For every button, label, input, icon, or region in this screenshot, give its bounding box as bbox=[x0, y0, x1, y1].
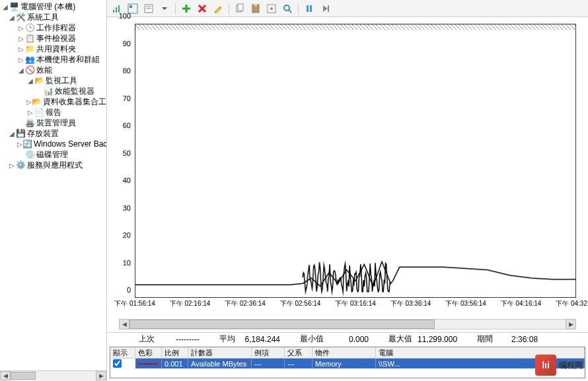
x-tick: 下午 02:16:14 bbox=[170, 299, 211, 308]
col-counter[interactable]: 計數器 bbox=[188, 347, 252, 358]
tree-perf-monitor[interactable]: 📊效能監視器 bbox=[0, 86, 106, 96]
tree-task-scheduler[interactable]: ▷🕒工作排程器 bbox=[0, 22, 106, 33]
col-instance[interactable]: 例項 bbox=[252, 347, 285, 358]
tree-root[interactable]: ◢🖥️電腦管理 (本機) bbox=[0, 1, 106, 12]
svg-rect-2 bbox=[118, 5, 120, 13]
delete-counter-button[interactable] bbox=[195, 1, 209, 16]
highlight-button[interactable] bbox=[211, 1, 225, 16]
col-show[interactable]: 顯示 bbox=[110, 347, 135, 358]
tree-reports[interactable]: ▷📄報告 bbox=[0, 107, 106, 118]
tree-event-viewer[interactable]: ▷📋事件檢視器 bbox=[0, 33, 106, 44]
tree-storage[interactable]: ◢💾存放裝置 bbox=[0, 128, 106, 139]
scroll-left-icon[interactable]: ◀ bbox=[119, 319, 129, 329]
tree-monitoring-tools[interactable]: ◢📂監視工具 bbox=[0, 75, 106, 86]
col-scale[interactable]: 比例 bbox=[162, 347, 188, 358]
report-icon: 📄 bbox=[34, 107, 44, 118]
stat-max-label: 最大值 bbox=[388, 333, 412, 345]
users-icon: 👥 bbox=[24, 54, 35, 65]
tree-services[interactable]: ▷⚙️服務與應用程式 bbox=[0, 160, 106, 170]
col-computer[interactable]: 電腦 bbox=[376, 347, 585, 358]
tree-label: 資料收集器集合工具 bbox=[43, 96, 106, 108]
svg-rect-0 bbox=[113, 10, 114, 13]
svg-rect-1 bbox=[116, 7, 117, 13]
paste-button[interactable] bbox=[248, 1, 263, 16]
svg-rect-11 bbox=[254, 4, 257, 6]
counter-grid[interactable]: 顯示 色彩 比例 計數器 例項 父系 物件 電腦 0.001 Available… bbox=[110, 347, 585, 378]
tree-disk-mgmt[interactable]: 💿磁碟管理 bbox=[0, 149, 106, 160]
tree-label: Windows Server Backu... bbox=[34, 139, 106, 149]
properties-button[interactable] bbox=[264, 1, 279, 16]
tree-label: 效能 bbox=[36, 65, 52, 76]
tree-label: 共用資料夾 bbox=[36, 44, 76, 55]
svg-point-13 bbox=[270, 7, 273, 10]
copy-button[interactable] bbox=[233, 1, 247, 16]
tree-label: 報告 bbox=[46, 107, 61, 118]
tree-label: 效能監視器 bbox=[55, 86, 94, 97]
nav-tree[interactable]: ◢🖥️電腦管理 (本機) ◢🛠️系統工具 ▷🕒工作排程器 ▷📋事件檢視器 ▷📁共… bbox=[0, 0, 106, 370]
view-dropdown-button[interactable] bbox=[157, 1, 172, 16]
scroll-track[interactable] bbox=[11, 371, 96, 381]
counter-row[interactable]: 0.001 Available MBytes --- --- Memory \\… bbox=[110, 359, 585, 368]
freeze-button[interactable] bbox=[302, 1, 316, 16]
add-counter-button[interactable] bbox=[179, 1, 194, 16]
monitor-icon: 📊 bbox=[43, 86, 54, 96]
y-axis: 0102030405060708090100 bbox=[107, 24, 133, 298]
col-object[interactable]: 物件 bbox=[312, 347, 376, 358]
plot-region[interactable] bbox=[135, 24, 576, 298]
tree-data-collector[interactable]: ▷📂資料收集器集合工具 bbox=[0, 96, 106, 107]
stat-avg-label: 平均 bbox=[219, 333, 235, 345]
tree-performance[interactable]: ◢🚫效能 bbox=[0, 65, 106, 75]
x-tick: 下午 02:36:14 bbox=[225, 299, 266, 308]
tree-label: 本機使用者和群組 bbox=[36, 54, 100, 65]
x-axis: 下午 01:56:14下午 02:16:14下午 02:36:14下午 02:5… bbox=[135, 299, 576, 310]
tree-label: 服務與應用程式 bbox=[27, 160, 83, 171]
separator bbox=[229, 3, 229, 15]
chart-hscrollbar[interactable]: ◀ ▶ bbox=[119, 319, 576, 329]
tree-local-users[interactable]: ▷👥本機使用者和群組 bbox=[0, 54, 106, 65]
tree-system-tools[interactable]: ◢🛠️系統工具 bbox=[0, 12, 106, 22]
update-button[interactable] bbox=[318, 1, 332, 16]
col-parent[interactable]: 父系 bbox=[285, 347, 312, 358]
computer-icon: 🖥️ bbox=[9, 1, 19, 12]
perf-icon: 🚫 bbox=[24, 65, 35, 75]
stat-dur-label: 期間 bbox=[477, 333, 493, 345]
scroll-right-icon[interactable]: ▶ bbox=[96, 371, 106, 380]
tree-device-mgr[interactable]: 🖨️裝置管理員 bbox=[0, 118, 106, 128]
stat-min-value: 0.000 bbox=[329, 335, 369, 344]
tree-wsb[interactable]: ▷🔄Windows Server Backu... bbox=[0, 139, 106, 149]
svg-rect-16 bbox=[307, 5, 309, 12]
y-tick: 70 bbox=[123, 94, 131, 102]
x-tick: 下午 03:56:14 bbox=[445, 299, 486, 308]
scroll-track[interactable] bbox=[129, 319, 566, 329]
svg-rect-9 bbox=[238, 4, 243, 11]
svg-line-15 bbox=[289, 10, 291, 13]
tree-label: 存放裝置 bbox=[27, 128, 59, 139]
checkbox[interactable] bbox=[113, 359, 122, 368]
disk-icon: 💿 bbox=[24, 149, 35, 160]
device-icon: 🖨️ bbox=[24, 118, 35, 128]
col-color[interactable]: 色彩 bbox=[135, 347, 162, 358]
scroll-thumb[interactable] bbox=[11, 372, 36, 380]
y-tick: 90 bbox=[123, 40, 131, 48]
tree-shared-folders[interactable]: ▷📁共用資料夾 bbox=[0, 44, 106, 54]
scroll-thumb[interactable] bbox=[129, 320, 435, 329]
storage-icon: 💾 bbox=[15, 128, 26, 139]
tree-label: 工作排程器 bbox=[36, 22, 76, 34]
view-report-button[interactable] bbox=[141, 1, 156, 16]
y-tick: 30 bbox=[123, 204, 131, 212]
zoom-button[interactable] bbox=[280, 1, 295, 16]
scroll-left-icon[interactable]: ◀ bbox=[0, 371, 11, 380]
x-tick: 下午 03:36:14 bbox=[390, 299, 431, 308]
y-tick: 80 bbox=[123, 67, 131, 75]
tree-label: 電腦管理 (本機) bbox=[20, 1, 75, 13]
stat-dur-value: 2:36:08 bbox=[498, 335, 538, 344]
tree-hscrollbar[interactable]: ◀ ▶ bbox=[0, 370, 106, 381]
scroll-right-icon[interactable]: ▶ bbox=[566, 319, 576, 329]
tree-label: 事件檢視器 bbox=[36, 33, 76, 44]
stats-row: 上次 --------- 平均 6,184.244 最小值 0.000 最大值 … bbox=[107, 332, 588, 345]
row-show-checkbox[interactable] bbox=[110, 359, 135, 368]
y-tick: 40 bbox=[123, 176, 131, 184]
collector-icon: 📂 bbox=[32, 96, 42, 107]
row-color-swatch bbox=[135, 359, 162, 368]
separator bbox=[298, 3, 299, 15]
